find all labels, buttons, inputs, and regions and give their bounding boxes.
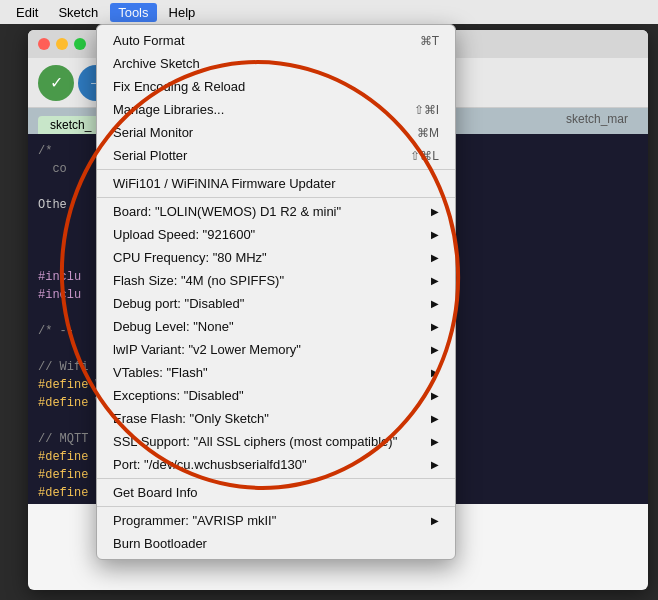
menubar-sketch[interactable]: Sketch [50, 3, 106, 22]
menu-item-debug-level[interactable]: Debug Level: "None" ▶ [97, 315, 455, 338]
menu-item-lwip-variant[interactable]: lwIP Variant: "v2 Lower Memory" ▶ [97, 338, 455, 361]
menu-item-flash-size[interactable]: Flash Size: "4M (no SPIFFS)" ▶ [97, 269, 455, 292]
menubar-help[interactable]: Help [161, 3, 204, 22]
menu-item-burn-bootloader[interactable]: Burn Bootloader [97, 532, 455, 555]
menu-item-manage-libraries[interactable]: Manage Libraries... ⇧⌘I [97, 98, 455, 121]
tools-dropdown-menu: Auto Format ⌘T Archive Sketch Fix Encodi… [96, 24, 456, 560]
menu-item-auto-format[interactable]: Auto Format ⌘T [97, 29, 455, 52]
menubar-edit[interactable]: Edit [8, 3, 46, 22]
menu-item-wifi-firmware[interactable]: WiFi101 / WiFiNINA Firmware Updater [97, 172, 455, 198]
menu-item-erase-flash[interactable]: Erase Flash: "Only Sketch" ▶ [97, 407, 455, 430]
menu-item-get-board-info[interactable]: Get Board Info [97, 481, 455, 507]
menubar-tools[interactable]: Tools [110, 3, 156, 22]
menu-overlay: Auto Format ⌘T Archive Sketch Fix Encodi… [0, 24, 658, 600]
menu-item-exceptions[interactable]: Exceptions: "Disabled" ▶ [97, 384, 455, 407]
menu-item-vtables[interactable]: VTables: "Flash" ▶ [97, 361, 455, 384]
menu-item-fix-encoding[interactable]: Fix Encoding & Reload [97, 75, 455, 98]
menu-item-serial-plotter[interactable]: Serial Plotter ⇧⌘L [97, 144, 455, 170]
menu-item-cpu-freq[interactable]: CPU Frequency: "80 MHz" ▶ [97, 246, 455, 269]
menu-item-ssl-support[interactable]: SSL Support: "All SSL ciphers (most comp… [97, 430, 455, 453]
menu-item-board[interactable]: Board: "LOLIN(WEMOS) D1 R2 & mini" ▶ [97, 200, 455, 223]
menu-item-archive-sketch[interactable]: Archive Sketch [97, 52, 455, 75]
menu-item-debug-port[interactable]: Debug port: "Disabled" ▶ [97, 292, 455, 315]
menu-item-port[interactable]: Port: "/dev/cu.wchusbserialfd130" ▶ [97, 453, 455, 479]
menu-item-programmer[interactable]: Programmer: "AVRISP mkII" ▶ [97, 509, 455, 532]
menu-item-upload-speed[interactable]: Upload Speed: "921600" ▶ [97, 223, 455, 246]
menubar: Edit Sketch Tools Help [0, 0, 658, 24]
menu-item-serial-monitor[interactable]: Serial Monitor ⌘M [97, 121, 455, 144]
